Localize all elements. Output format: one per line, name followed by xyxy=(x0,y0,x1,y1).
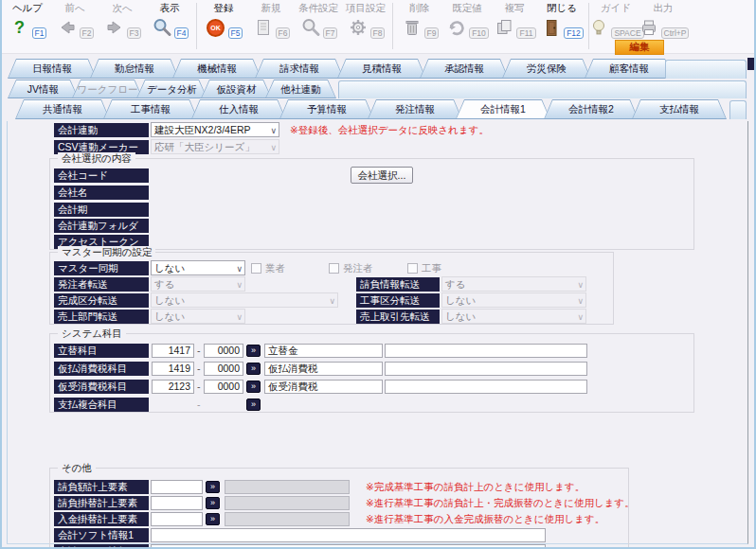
fkey-badge: F9 xyxy=(424,27,440,39)
toolbar-button-new[interactable]: 新規 F6 xyxy=(247,2,295,39)
account-code-input[interactable]: 2123 xyxy=(152,380,194,394)
new-document-icon xyxy=(252,16,275,39)
lookup-button[interactable]: » xyxy=(246,363,261,375)
note-text: ※進行基準工事の入金完成振替のときに使用します。 xyxy=(366,513,604,526)
account-name-field: 仮払消費税 xyxy=(264,362,383,376)
chevron-down-icon: ∨ xyxy=(270,124,277,137)
tab-attendance[interactable]: 勤怠情報 xyxy=(90,59,179,79)
tab-order[interactable]: 発注情報 xyxy=(368,99,462,119)
field-label: 仮受消費税科目 xyxy=(54,380,149,394)
field-label: 完成区分転送 xyxy=(54,293,149,308)
tab-construction[interactable]: 工事情報 xyxy=(103,99,198,119)
tab-budget[interactable]: 予算情報 xyxy=(279,99,374,119)
tab-machine[interactable]: 機械情報 xyxy=(172,59,261,79)
account-desc-field xyxy=(385,362,587,376)
field-label: 売上部門転送 xyxy=(54,310,149,324)
toolbar-button-output[interactable]: 出力 Ctrl+P xyxy=(639,2,687,39)
note-text: ※進行基準工事の請負計上・完成振替のときに使用します。 xyxy=(366,497,635,510)
tab-approval[interactable]: 承認情報 xyxy=(420,59,509,79)
tab-purchase[interactable]: 仕入情報 xyxy=(191,99,286,119)
element-code-input[interactable] xyxy=(151,480,203,494)
lookup-button[interactable]: » xyxy=(246,345,261,357)
tab-row-2: JV情報 ワークフロー データ分析 仮設資材 他社連動 xyxy=(8,80,330,98)
tab-accounting1[interactable]: 会計情報1 xyxy=(456,99,550,119)
fkey-badge: F10 xyxy=(469,27,489,39)
printer-icon xyxy=(638,16,660,39)
field-label: 会計期 xyxy=(54,203,149,217)
checkbox-orderer xyxy=(329,263,339,274)
tab-workers-insurance[interactable]: 労災保険 xyxy=(502,59,591,79)
note-text: ※登録後、会社選択データに反映されます。 xyxy=(290,124,489,137)
tab-external-link[interactable]: 他社連動 xyxy=(265,80,336,98)
element-code-input[interactable] xyxy=(151,496,203,510)
toolbar-button-copy[interactable]: 複写 F11 xyxy=(491,2,538,39)
toolbar-button-help[interactable]: ヘルプ ? F1 xyxy=(4,2,51,39)
account-name-field: 仮受消費税 xyxy=(264,380,383,394)
account-code-input[interactable]: 1419 xyxy=(152,362,194,376)
tab-temporary-materials[interactable]: 仮設資材 xyxy=(201,80,272,98)
sub-code-input[interactable]: 0000 xyxy=(204,344,243,358)
trash-icon xyxy=(401,16,423,39)
tab-row-1: 日報情報 勤怠情報 機械情報 請求情報 見積情報 承認情報 労災保険 顧客情報 xyxy=(8,59,667,79)
construction-class-transfer-select: しない∨ xyxy=(441,292,586,308)
code-separator: - xyxy=(197,398,201,410)
fkey-badge: F12 xyxy=(564,27,584,39)
master-sync-select[interactable]: しない∨ xyxy=(151,260,245,275)
section-title: 会社選択の内容 xyxy=(58,152,135,166)
toolbar-button-register[interactable]: 登録 OK F5 xyxy=(200,2,247,39)
tab-data-analysis[interactable]: データ分析 xyxy=(136,80,207,98)
account-desc-field xyxy=(385,380,587,394)
tab-customer[interactable]: 顧客情報 xyxy=(585,59,674,79)
chevron-down-icon: ∨ xyxy=(577,294,584,308)
tab-jv[interactable]: JV情報 xyxy=(8,80,79,98)
tab-payment[interactable]: 支払情報 xyxy=(632,99,727,119)
lookup-button[interactable]: » xyxy=(206,481,220,493)
fkey-badge: F3 xyxy=(127,27,142,39)
sub-code-input[interactable]: 0000 xyxy=(204,362,243,376)
toolbar-button-condition-settings[interactable]: 条件設定 F7 xyxy=(295,2,342,39)
toolbar-button-prev[interactable]: 前へ F2 xyxy=(51,2,99,39)
element-name-field xyxy=(225,480,350,494)
back-arrow-icon xyxy=(56,16,79,39)
element-code-input[interactable] xyxy=(151,512,203,526)
tab-row-3: 共通情報 工事情報 仕入情報 予算情報 発注情報 会計情報1 会計情報2 支払情… xyxy=(15,99,720,119)
field-label: 売上取引先転送 xyxy=(356,310,440,324)
soft-info2-input[interactable] xyxy=(151,544,546,549)
chevron-down-icon: ∨ xyxy=(577,310,584,324)
edit-button[interactable]: 編集 xyxy=(615,40,664,55)
fkey-badge: F7 xyxy=(323,27,338,39)
company-select-button[interactable]: 会社選択... xyxy=(351,167,413,184)
section-title: その他 xyxy=(58,462,96,475)
lookup-button[interactable]: » xyxy=(206,513,220,525)
lookup-button[interactable]: » xyxy=(206,497,220,509)
chevron-down-icon: ∨ xyxy=(329,294,335,308)
field-label: 会計連動フォルダ xyxy=(54,219,149,233)
toolbar-button-next[interactable]: 次へ F3 xyxy=(99,2,146,39)
lookup-button[interactable]: » xyxy=(246,381,261,393)
toolbar-button-guide[interactable]: ガイド SPACE xyxy=(592,2,639,39)
tabstrip-filler xyxy=(338,80,747,98)
toolbar-button-view[interactable]: 表示 F4 xyxy=(146,2,193,39)
accounting-link-select[interactable]: 建設大臣NX2/3/4ERP∨ xyxy=(151,122,279,137)
lookup-button[interactable]: » xyxy=(246,398,261,411)
fkey-badge: F4 xyxy=(174,27,189,39)
tab-common[interactable]: 共通情報 xyxy=(15,99,110,119)
fkey-badge: F11 xyxy=(516,27,535,39)
toolbar-button-close[interactable]: 閉じる F12 xyxy=(538,2,585,39)
soft-info1-input[interactable] xyxy=(151,528,546,542)
field-label: 会社コード xyxy=(54,168,149,183)
toolbar-separator xyxy=(196,3,197,49)
toolbar-button-delete[interactable]: 削除 F9 xyxy=(396,2,443,39)
tab-daily-report[interactable]: 日報情報 xyxy=(8,59,97,79)
sales-dept-transfer-select: しない∨ xyxy=(151,309,245,324)
field-label: 入金掛替計上要素 xyxy=(54,512,149,526)
toolbar-button-item-settings[interactable]: 項目設定 F8 xyxy=(342,2,389,39)
field-label: 支払複合科目 xyxy=(54,398,149,412)
account-code-input[interactable]: 1417 xyxy=(152,344,194,358)
tab-billing[interactable]: 請求情報 xyxy=(255,59,344,79)
toolbar-button-default-value[interactable]: 既定値 F10 xyxy=(443,2,491,39)
tab-accounting2[interactable]: 会計情報2 xyxy=(544,99,639,119)
tab-estimate[interactable]: 見積情報 xyxy=(337,59,426,79)
sub-code-input[interactable]: 0000 xyxy=(204,380,243,394)
section-title: システム科目 xyxy=(58,328,126,341)
